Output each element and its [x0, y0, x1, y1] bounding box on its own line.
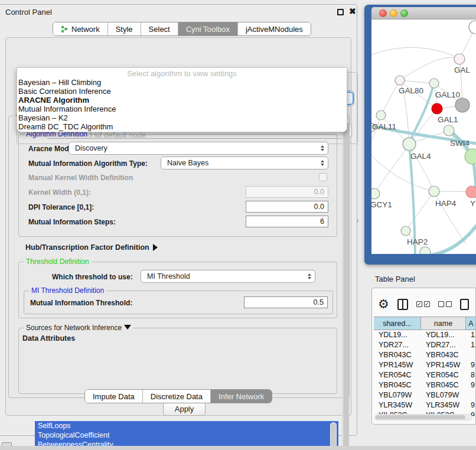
- table-row[interactable]: YBL079WYBL079W: [374, 390, 476, 400]
- kernel-width-field[interactable]: 0.0: [246, 186, 328, 198]
- node-gcy1[interactable]: [371, 188, 380, 199]
- network-node-labels: GAL GAL80 GAL10 GAL1 GAL11 SWI4 GAL4 GCY…: [371, 66, 475, 246]
- table-row[interactable]: YER054CYER054C8.: [374, 370, 476, 380]
- tab-style[interactable]: Style: [108, 22, 141, 35]
- bottom-strip: [0, 446, 476, 450]
- node-gal1-red[interactable]: [432, 103, 442, 114]
- column-header-name[interactable]: name: [421, 317, 466, 330]
- algorithm-option-dream8[interactable]: Dream8 DC_TDC Algorithm: [17, 122, 347, 131]
- label-y-partial: Y: [470, 199, 475, 208]
- split-columns-icon[interactable]: [397, 299, 408, 310]
- attribute-topologicalcoefficient[interactable]: TopologicalCoefficient: [35, 431, 338, 440]
- select-all-icon[interactable]: ✓✓: [416, 301, 430, 307]
- node-salmon[interactable]: [466, 186, 476, 198]
- kernel-width-label: Kernel Width (0,1):: [28, 188, 91, 197]
- tab-impute-data[interactable]: Impute Data: [85, 390, 143, 403]
- table-toolbar: ⚙ ✓✓: [378, 294, 476, 314]
- network-canvas[interactable]: GAL GAL80 GAL10 GAL1 GAL11 SWI4 GAL4 GCY…: [371, 19, 476, 254]
- label-gal10: GAL10: [435, 90, 460, 99]
- cell: YBR045C: [374, 380, 421, 390]
- algorithm-option-basic-correlation[interactable]: Basic Correlation Inference: [17, 87, 347, 96]
- control-panel-titlebar: Control Panel ✖: [0, 5, 357, 19]
- scrollbar-thumb[interactable]: [343, 122, 349, 450]
- algorithm-definition-group: Algorithm Definition Aracne Mode: Discov…: [18, 134, 337, 237]
- gear-icon[interactable]: ⚙: [378, 298, 389, 310]
- node-gal11[interactable]: [376, 110, 386, 120]
- node-gal4[interactable]: [403, 138, 416, 151]
- mi-steps-field[interactable]: 6: [246, 216, 328, 227]
- mac-zoom-icon[interactable]: [400, 9, 408, 17]
- tab-jactivemnodules-label: jActiveMNodules: [246, 25, 303, 34]
- table-row[interactable]: YDR27...YDR27...12: [374, 340, 476, 350]
- close-panel-icon[interactable]: ✖: [349, 6, 356, 16]
- node-gray[interactable]: [455, 98, 470, 112]
- sources-group: Sources for Network Inference Data Attri…: [18, 328, 337, 394]
- node-partial-bottom[interactable]: [420, 247, 431, 254]
- mi-algorithm-type-value: Naive Bayes: [167, 159, 321, 167]
- checked-box-icon: ✓: [416, 301, 422, 307]
- export-table-icon[interactable]: [460, 299, 469, 310]
- threshold-definition-group: Threshold Definition Which threshold to …: [18, 262, 337, 318]
- algorithm-option-aracne[interactable]: ARACNE Algorithm: [17, 96, 347, 105]
- algorithm-option-mutual-information[interactable]: Mutual Information Inference: [17, 105, 347, 113]
- tab-network[interactable]: Network: [53, 22, 108, 35]
- algorithm-option-bayesian-k2[interactable]: Bayesian – K2: [17, 113, 347, 122]
- node-hap2[interactable]: [401, 226, 410, 236]
- attribute-selfloops[interactable]: SelfLoops: [35, 421, 338, 431]
- expanded-arrow-icon: [124, 325, 131, 330]
- table-row[interactable]: YBR043CYBR043C: [374, 350, 476, 360]
- cell: YLR345W: [374, 400, 421, 410]
- stepper-icon: [321, 160, 324, 166]
- which-threshold-combo[interactable]: MI Threshold: [141, 270, 315, 283]
- deselect-all-icon[interactable]: [438, 301, 452, 307]
- label-gcy1: GCY1: [371, 200, 392, 209]
- cell: YER054C: [374, 370, 421, 380]
- node-gal10[interactable]: [429, 79, 439, 88]
- table-row[interactable]: YBR045CYBR045C9.: [374, 380, 476, 390]
- tab-infer-network[interactable]: Infer Network: [211, 390, 272, 403]
- column-header-partial[interactable]: A: [466, 317, 476, 330]
- tab-jactivemnodules[interactable]: jActiveMNodules: [238, 22, 311, 35]
- mac-minimize-icon[interactable]: [390, 9, 397, 17]
- table-row[interactable]: YPR145WYPR145W9.: [374, 360, 476, 370]
- tab-cyni-toolbox[interactable]: Cyni Toolbox: [178, 22, 238, 35]
- tab-infer-network-label: Infer Network: [219, 392, 264, 401]
- table-horizontal-scrollbar[interactable]: [374, 414, 472, 420]
- scrollbar-thumb[interactable]: [376, 415, 465, 419]
- sources-title[interactable]: Sources for Network Inference: [24, 324, 133, 332]
- aracne-mode-combo[interactable]: Discovery: [69, 142, 328, 155]
- label-gal80: GAL80: [399, 86, 423, 95]
- tab-select[interactable]: Select: [141, 22, 178, 35]
- sources-title-label: Sources for Network Inference: [26, 324, 122, 332]
- mi-threshold-definition-group: MI Threshold Definition Mutual Informati…: [24, 291, 333, 314]
- apply-button[interactable]: Apply: [163, 402, 206, 416]
- panel-collapse-handle[interactable]: ›: [357, 217, 359, 224]
- tab-discretize-data[interactable]: Discretize Data: [143, 390, 211, 403]
- table-panel-title: Table Panel: [375, 275, 415, 283]
- mi-threshold-field[interactable]: 0.5: [244, 296, 328, 308]
- cell: 8.: [466, 370, 476, 380]
- cell: 12: [466, 340, 476, 350]
- table-row[interactable]: YDL19...YDL19...13: [374, 330, 476, 340]
- cell: [466, 350, 476, 360]
- cell: YDL19...: [421, 330, 466, 340]
- hub-definition-toggle[interactable]: Hub/Transcription Factor Definition: [25, 243, 158, 252]
- dpi-tolerance-label: DPI Tolerance [0,1]:: [28, 203, 94, 211]
- node-swi4[interactable]: [444, 125, 454, 136]
- cyni-toolbox-panel: gal-filtered sif default node Select alg…: [5, 37, 351, 416]
- algorithm-option-bayesian-hill-climbing[interactable]: Bayesian – Hill Climbing: [17, 78, 347, 87]
- mac-close-icon[interactable]: [379, 9, 387, 17]
- manual-kernel-width-checkbox[interactable]: [319, 173, 327, 181]
- dpi-tolerance-field[interactable]: 0.0: [246, 201, 328, 213]
- float-panel-icon[interactable]: [337, 9, 344, 15]
- network-window-titlebar[interactable]: [371, 7, 476, 19]
- cell: YBL079W: [421, 390, 466, 400]
- settings-vertical-scrollbar[interactable]: [342, 121, 349, 450]
- table-row[interactable]: YLR345WYLR345W9.: [374, 400, 476, 410]
- node-gal[interactable]: [454, 54, 465, 64]
- column-header-shared-name[interactable]: shared...: [374, 317, 421, 330]
- mi-algorithm-type-combo[interactable]: Naive Bayes: [161, 156, 328, 169]
- node-hap4[interactable]: [429, 186, 439, 197]
- node-gal80[interactable]: [395, 76, 405, 85]
- node-partial-top[interactable]: [469, 21, 476, 34]
